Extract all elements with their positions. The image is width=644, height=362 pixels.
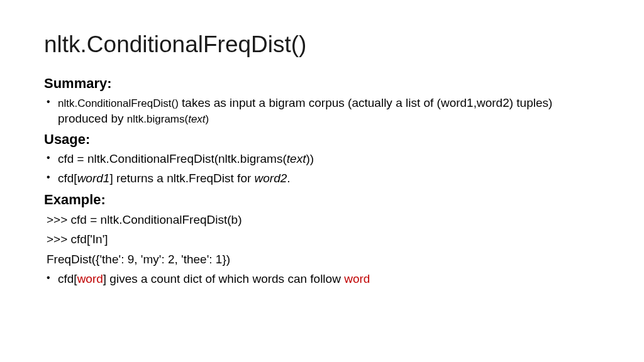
- example-line: >>> cfd = nltk.ConditionalFreqDist(b): [44, 212, 600, 228]
- summary-heading: Summary:: [44, 75, 600, 92]
- example-output: FreqDist({'the': 9, 'my': 2, 'thee': 1}): [44, 251, 600, 268]
- code-text: nltk.bigrams(: [127, 113, 188, 125]
- code-arg: word1: [77, 172, 110, 185]
- example-item: cfd[word] gives a count dict of which wo…: [58, 272, 600, 287]
- body-text: cfd[: [58, 172, 77, 185]
- body-text: cfd[: [58, 272, 77, 285]
- code-text: nltk.ConditionalFreqDist(): [58, 97, 179, 109]
- code-arg: text: [188, 113, 205, 125]
- summary-list: nltk.ConditionalFreqDist() takes as inpu…: [44, 96, 600, 126]
- body-text: .: [287, 172, 290, 185]
- example-list: cfd[word] gives a count dict of which wo…: [44, 272, 600, 287]
- usage-heading: Usage:: [44, 131, 600, 148]
- usage-item: cfd[word1] returns a nltk.FreqDist for w…: [58, 171, 600, 187]
- highlight-word: word: [344, 272, 370, 285]
- body-text: )): [306, 152, 314, 165]
- highlight-word: word: [77, 272, 103, 285]
- code-arg: text: [287, 152, 306, 165]
- usage-item: cfd = nltk.ConditionalFreqDist(nltk.bigr…: [58, 151, 600, 167]
- summary-item: nltk.ConditionalFreqDist() takes as inpu…: [58, 96, 600, 126]
- code-text: ): [206, 113, 209, 125]
- body-text: cfd = nltk.ConditionalFreqDist(nltk.bigr…: [58, 152, 287, 165]
- page-title: nltk.ConditionalFreqDist(): [44, 31, 600, 58]
- body-text: ] gives a count dict of which words can …: [103, 272, 344, 285]
- code-arg: word2: [255, 172, 287, 185]
- example-heading: Example:: [44, 192, 600, 208]
- usage-list: cfd = nltk.ConditionalFreqDist(nltk.bigr…: [44, 151, 600, 186]
- example-line: >>> cfd['In']: [44, 231, 600, 248]
- body-text: ] returns a nltk.FreqDist for: [109, 172, 254, 185]
